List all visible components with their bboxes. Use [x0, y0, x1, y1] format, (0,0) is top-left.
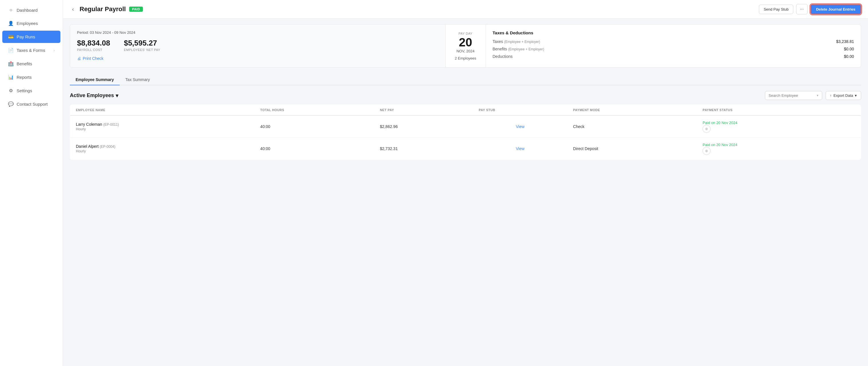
more-options-button[interactable]: ··· — [796, 4, 807, 14]
export-label: Export Data — [833, 93, 853, 98]
deductions-amount: $0.00 — [844, 54, 854, 59]
pay-stub-cell: View — [473, 115, 567, 138]
main-content: ‹ Regular Payroll PAID Send Pay Stub ···… — [63, 0, 868, 366]
table-head: EMPLOYEE NAMETOTAL HOURSNET PAYPAY STUBP… — [70, 105, 861, 116]
payroll-cost-block: $8,834.08 PAYROLL COST — [77, 39, 110, 52]
sidebar-item-pay-runs[interactable]: 💳 Pay Runs — [2, 31, 60, 43]
dropdown-chevron-icon: ▾ — [116, 92, 118, 99]
sidebar-item-label: Employees — [17, 21, 38, 26]
print-check-button[interactable]: 🖨 Print Check — [77, 56, 103, 61]
payment-status-cell: Paid on 20 Nov 2024 ⊕ — [697, 115, 861, 138]
active-employees-label[interactable]: Active Employees ▾ — [70, 92, 118, 99]
tab-employee-summary[interactable]: Employee Summary — [70, 74, 120, 85]
employee-name: Daniel Alpert (EP-0004) — [76, 144, 249, 149]
send-pay-stub-button[interactable]: Send Pay Stub — [759, 5, 794, 14]
contact-support-icon: 💬 — [8, 101, 14, 107]
export-data-button[interactable]: ↑ Export Data ▾ — [826, 91, 861, 100]
amounts-row: $8,834.08 PAYROLL COST $5,595.27 EMPLOYE… — [77, 39, 439, 52]
net-pay-label: EMPLOYEES' NET PAY — [124, 48, 160, 52]
deductions-label: Deductions — [493, 54, 513, 59]
col-payment-status: PAYMENT STATUS — [697, 105, 861, 116]
table-row: Larry Coleman (EP-0011) Hourly 40:00 $2,… — [70, 115, 861, 138]
taxes-deductions-title: Taxes & Deductions — [493, 30, 854, 35]
employee-name-cell: Daniel Alpert (EP-0004) Hourly — [70, 138, 255, 160]
sidebar-item-label: Contact Support — [17, 102, 48, 106]
benefits-sub: (Employee + Employer) — [508, 47, 544, 51]
sidebar-item-label: Pay Runs — [17, 34, 35, 39]
search-export-row: ▾ ↑ Export Data ▾ — [765, 91, 861, 100]
taxes-label: Taxes (Employee + Employer) — [493, 39, 540, 44]
total-hours-cell: 40:00 — [254, 115, 374, 138]
summary-row: Period: 03 Nov 2024 - 09 Nov 2024 $8,834… — [70, 24, 861, 68]
paid-status: Paid on 20 Nov 2024 — [703, 143, 737, 147]
employee-type: Hourly — [76, 127, 249, 131]
sidebar-item-employees[interactable]: 👤 Employees — [2, 17, 60, 30]
employee-type: Hourly — [76, 149, 249, 153]
settings-icon: ⚙ — [8, 88, 14, 93]
delete-journal-entries-button[interactable]: Delete Journal Entries — [810, 4, 861, 14]
paid-badge: PAID — [129, 7, 143, 12]
payday-label: PAY DAY — [459, 32, 473, 35]
net-pay-cell: $2,862.96 — [374, 115, 473, 138]
row-options-button[interactable]: ⊕ — [703, 125, 711, 133]
sidebar: ○ Dashboard 👤 Employees 💳 Pay Runs 📄 Tax… — [0, 0, 63, 366]
paid-status: Paid on 20 Nov 2024 — [703, 121, 737, 125]
payment-status-cell: Paid on 20 Nov 2024 ⊕ — [697, 138, 861, 160]
table-body: Larry Coleman (EP-0011) Hourly 40:00 $2,… — [70, 115, 861, 160]
table-header-row: Active Employees ▾ ▾ ↑ Export Data ▾ — [70, 91, 861, 100]
header-right: Send Pay Stub ··· Delete Journal Entries — [759, 4, 861, 14]
row-options-button[interactable]: ⊕ — [703, 147, 711, 155]
total-hours-cell: 40:00 — [254, 138, 374, 160]
sidebar-item-taxes-forms[interactable]: 📄 Taxes & Forms › — [2, 44, 60, 56]
sidebar-item-dashboard[interactable]: ○ Dashboard — [2, 4, 60, 16]
payroll-cost-label: PAYROLL COST — [77, 48, 110, 52]
sidebar-item-contact-support[interactable]: 💬 Contact Support — [2, 98, 60, 110]
view-pay-stub-link[interactable]: View — [516, 124, 524, 129]
col-total-hours: TOTAL HOURS — [254, 105, 374, 116]
print-check-label: Print Check — [83, 56, 103, 61]
tab-tax-summary[interactable]: Tax Summary — [120, 74, 156, 85]
pay-stub-cell: View — [473, 138, 567, 160]
pay-runs-icon: 💳 — [8, 34, 14, 39]
page-title: Regular Payroll — [80, 5, 126, 13]
sidebar-item-label: Settings — [17, 88, 32, 93]
sidebar-item-settings[interactable]: ⚙ Settings — [2, 85, 60, 97]
sidebar-item-label: Reports — [17, 75, 32, 80]
sidebar-item-label: Taxes & Forms — [17, 48, 45, 53]
tabs-row: Employee SummaryTax Summary — [70, 74, 861, 85]
page-header: ‹ Regular Payroll PAID Send Pay Stub ···… — [63, 0, 868, 19]
search-employee-input[interactable] — [769, 93, 814, 98]
arrow-icon: › — [54, 49, 55, 52]
benefits-amount: $0.00 — [844, 47, 854, 51]
col-pay-stub: PAY STUB — [473, 105, 567, 116]
header-left: ‹ Regular Payroll PAID — [70, 5, 143, 13]
back-button[interactable]: ‹ — [70, 5, 76, 13]
sidebar-item-label: Dashboard — [17, 8, 37, 12]
content-area: Period: 03 Nov 2024 - 09 Nov 2024 $8,834… — [63, 19, 868, 366]
net-pay-block: $5,595.27 EMPLOYEES' NET PAY — [124, 39, 160, 52]
search-input-wrap: ▾ — [765, 91, 822, 100]
employee-name: Larry Coleman (EP-0011) — [76, 122, 249, 127]
search-chevron-icon: ▾ — [817, 94, 818, 97]
deductions-row: Deductions $0.00 — [493, 54, 854, 59]
employee-name-cell: Larry Coleman (EP-0011) Hourly — [70, 115, 255, 138]
sidebar-item-reports[interactable]: 📊 Reports — [2, 71, 60, 83]
taxes-sub: (Employee + Employer) — [504, 40, 540, 44]
net-pay-value: $5,595.27 — [124, 39, 160, 48]
taxes-row: Taxes (Employee + Employer) $3,238.81 — [493, 39, 854, 44]
view-pay-stub-link[interactable]: View — [516, 146, 524, 151]
col-employee-name: EMPLOYEE NAME — [70, 105, 255, 116]
payday-number: 20 — [459, 36, 472, 49]
period-label: Period: 03 Nov 2024 - 09 Nov 2024 — [77, 30, 439, 35]
taxes-amount: $3,238.81 — [836, 39, 854, 44]
col-net-pay: NET PAY — [374, 105, 473, 116]
export-icon: ↑ — [830, 93, 832, 98]
sidebar-item-benefits[interactable]: 🏥 Benefits — [2, 58, 60, 70]
employee-id: (EP-0004) — [100, 145, 115, 149]
taxes-forms-icon: 📄 — [8, 48, 14, 53]
benefits-row: Benefits (Employee + Employer) $0.00 — [493, 47, 854, 51]
print-icon: 🖨 — [77, 56, 81, 61]
payment-mode-cell: Check — [567, 115, 697, 138]
employee-id: (EP-0011) — [103, 123, 119, 127]
col-payment-mode: PAYMENT MODE — [567, 105, 697, 116]
